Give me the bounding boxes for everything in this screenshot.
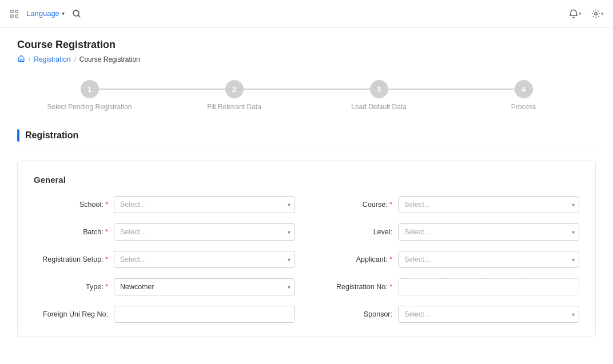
svg-rect-0	[11, 10, 14, 13]
step-circle-3: 3	[370, 80, 388, 98]
applicant-required: *	[389, 255, 392, 263]
main-content: Course Registration / Registration / Cou…	[0, 27, 613, 360]
step-label-4: Process	[511, 103, 536, 111]
svg-rect-2	[11, 14, 14, 17]
sponsor-row: Sponsor: Select... ▾	[318, 306, 579, 323]
level-control: Select... ▾	[398, 223, 579, 241]
registration-no-required: *	[389, 283, 392, 291]
stepper: 1 Select Pending Registration 2 Fill Rel…	[17, 80, 596, 111]
breadcrumb-current: Course Registration	[79, 55, 140, 63]
course-select[interactable]: Select...	[398, 196, 579, 213]
general-title: General	[34, 175, 579, 185]
language-label: Language	[26, 9, 59, 18]
search-icon[interactable]	[71, 9, 82, 19]
batch-select[interactable]: Select...	[114, 223, 295, 241]
svg-line-5	[78, 15, 80, 17]
applicant-control: Select... ▾	[398, 251, 579, 268]
registration-no-input[interactable]	[398, 278, 579, 295]
registration-setup-select[interactable]: Select...	[114, 251, 295, 268]
level-select[interactable]: Select...	[398, 223, 579, 241]
svg-rect-1	[15, 10, 18, 13]
registration-no-control	[398, 278, 579, 295]
home-icon[interactable]	[17, 54, 25, 64]
breadcrumb-sep-2: /	[74, 55, 75, 63]
breadcrumb-registration[interactable]: Registration	[34, 55, 70, 63]
svg-rect-7	[20, 59, 22, 61]
general-form-section: General School: * Select... ▾	[17, 161, 596, 337]
step-label-2: Fill Relevant Data	[207, 103, 261, 111]
topnav-right: ▾ ▾	[568, 9, 604, 19]
batch-required: *	[105, 228, 108, 236]
applicant-row: Applicant: * Select... ▾	[318, 251, 579, 268]
svg-point-4	[73, 10, 79, 16]
svg-rect-3	[15, 14, 18, 17]
step-label-3: Load Default Data	[351, 103, 407, 111]
registration-setup-control: Select... ▾	[114, 251, 295, 268]
step-circle-1: 1	[81, 80, 99, 98]
course-row: Course: * Select... ▾	[318, 196, 579, 213]
batch-row: Batch: * Select... ▾	[34, 223, 295, 241]
step-1: 1 Select Pending Registration	[17, 80, 162, 111]
registration-no-row: Registration No: *	[318, 278, 579, 295]
grid-icon[interactable]	[9, 9, 19, 19]
type-row: Type: * Newcomer Returning ▾	[34, 278, 295, 295]
settings-icon[interactable]: ▾	[591, 9, 604, 19]
applicant-label: Applicant: *	[318, 255, 392, 263]
school-row: School: * Select... ▾	[34, 196, 295, 213]
registration-setup-label: Registration Setup: *	[34, 255, 108, 263]
section-title: Registration	[25, 130, 78, 141]
step-circle-4: 4	[515, 80, 533, 98]
step-2: 2 Fill Relevant Data	[162, 80, 307, 111]
registration-setup-required: *	[105, 255, 108, 263]
level-row: Level: Select... ▾	[318, 223, 579, 241]
applicant-select[interactable]: Select...	[398, 251, 579, 268]
gear-chevron-icon: ▾	[601, 11, 604, 17]
sponsor-select[interactable]: Select...	[398, 306, 579, 323]
topnav: Language ▾ ▾ ▾	[0, 0, 613, 27]
sponsor-label: Sponsor:	[318, 310, 392, 318]
step-4: 4 Process	[451, 80, 596, 111]
school-required: *	[105, 201, 108, 209]
bell-chevron-icon: ▾	[579, 11, 582, 17]
type-label: Type: *	[34, 283, 108, 291]
batch-label: Batch: *	[34, 228, 108, 236]
sponsor-control: Select... ▾	[398, 306, 579, 323]
batch-control: Select... ▾	[114, 223, 295, 241]
school-control: Select... ▾	[114, 196, 295, 213]
course-control: Select... ▾	[398, 196, 579, 213]
breadcrumb-sep-1: /	[29, 55, 30, 63]
form-grid: School: * Select... ▾ Course: *	[34, 196, 579, 323]
school-label: School: *	[34, 201, 108, 209]
foreign-uni-reg-no-input[interactable]	[114, 306, 295, 323]
foreign-uni-reg-no-row: Foreign Uni Reg No:	[34, 306, 295, 323]
course-required: *	[389, 201, 392, 209]
registration-setup-row: Registration Setup: * Select... ▾	[34, 251, 295, 268]
type-control: Newcomer Returning ▾	[114, 278, 295, 295]
foreign-uni-reg-no-label: Foreign Uni Reg No:	[34, 310, 108, 318]
step-3: 3 Load Default Data	[307, 80, 451, 111]
step-circle-2: 2	[225, 80, 244, 98]
school-select[interactable]: Select...	[114, 196, 295, 213]
svg-point-6	[595, 12, 598, 15]
type-required: *	[105, 283, 108, 291]
course-label: Course: *	[318, 201, 392, 209]
step-label-1: Select Pending Registration	[47, 103, 132, 111]
page-title: Course Registration	[17, 39, 596, 51]
breadcrumb: / Registration / Course Registration	[17, 54, 596, 64]
foreign-uni-reg-no-control	[114, 306, 295, 323]
type-select[interactable]: Newcomer Returning	[114, 278, 295, 295]
topnav-left: Language ▾	[9, 9, 82, 19]
registration-no-label: Registration No: *	[318, 283, 392, 291]
bell-icon[interactable]: ▾	[568, 9, 582, 19]
section-bar	[17, 129, 19, 142]
section-header: Registration	[17, 129, 596, 149]
chevron-down-icon: ▾	[62, 10, 65, 17]
level-label: Level:	[318, 228, 392, 236]
language-button[interactable]: Language ▾	[26, 9, 65, 18]
